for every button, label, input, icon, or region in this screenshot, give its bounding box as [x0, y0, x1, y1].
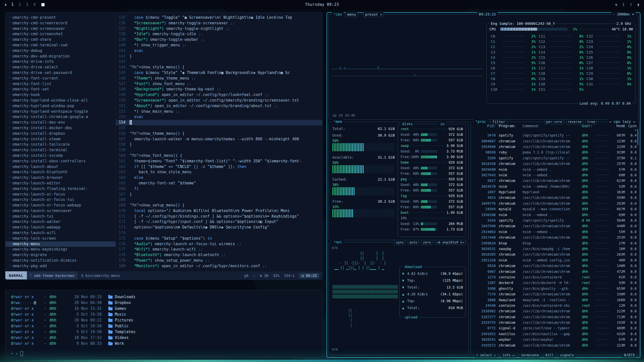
process-row[interactable]: 1930108nvimnvim --embed .dhh69M0.0	[473, 212, 637, 217]
tree-item[interactable]: *omarchy-launch-or-focus-webapp	[5, 203, 116, 208]
tree-item[interactable]: *omarchy-launch-bluetooth	[5, 169, 116, 175]
code-line[interactable]: 173 options="$options\n⊞ Defaults\n◉ DNS…	[116, 225, 322, 230]
file-row[interactable]: drwxr-xr-x-dhh20 Nov 09:22Pictures	[11, 317, 317, 323]
header-mem[interactable]: MemB	[611, 124, 625, 132]
code-line[interactable]: 139 *Bar*) omarchy-toggle-waybar ;;	[116, 37, 322, 43]
file-row[interactable]: drwxr-xr-x-dhh5 Oct 19:58Templates	[11, 329, 317, 335]
shell-prompt[interactable]: ~ ›	[11, 351, 317, 356]
code-line[interactable]: 162 if [[ "$theme" == "CNCLD" || -z "$th…	[116, 164, 322, 170]
workspace-4[interactable]: 4	[33, 2, 36, 7]
code-line[interactable]: 158}	[116, 142, 322, 147]
code-line[interactable]: 146 *Theme*) show_theme_menu ;;	[116, 76, 322, 81]
code-line[interactable]: 136 *Screensaver*) omarchy-toggle-screen…	[116, 21, 322, 26]
tree-item[interactable]: *omarchy-font-list	[5, 81, 116, 87]
process-row[interactable]: 5343spotify/opt/spotify/spotifyd hh564M0…	[473, 218, 637, 223]
code-line[interactable]: 177 *Wifi*) omarchy-launch-wifi ;;	[116, 247, 322, 252]
code-line[interactable]: 155	[116, 125, 322, 131]
tree-item[interactable]: *omarchy-install-vscode	[5, 153, 116, 159]
process-row[interactable]: 5998ghostty/usr/bin/ghostty --gtk-dhh655…	[473, 286, 637, 291]
code-line[interactable]: 170 local options="♪ Audio\n≋ Wifi\nᛒ Bl…	[116, 208, 322, 214]
tree-item[interactable]: *omarchy-drive-info	[5, 59, 116, 65]
tree-item[interactable]: *omarchy-launch-screensaver	[5, 208, 116, 214]
tree-item[interactable]: *omarchy-cmd-present	[5, 15, 116, 21]
process-row[interactable]: 7176chromium/usr/lib/chromium/chromdhh33…	[473, 291, 637, 297]
code-line[interactable]: 174	[116, 230, 322, 236]
tree-item[interactable]: *omarchy-debug	[5, 48, 116, 54]
code-line[interactable]: 168	[116, 197, 322, 203]
code-line[interactable]: 154}	[116, 120, 322, 125]
filter-button[interactable]: filter	[491, 119, 507, 125]
tree-item[interactable]: *omarchy-launch-tui	[5, 214, 116, 219]
process-row[interactable]: 4923chromium/usr/lib/chromium/chromdhh59…	[473, 195, 637, 200]
net-control-zero[interactable]: zero	[421, 240, 432, 245]
tree-item[interactable]: *omarchy-cmd-screenshot	[5, 31, 116, 37]
code-line[interactable]: 179 *Power*) show_setup_power_menu ;;	[116, 258, 322, 263]
tree-item[interactable]: *omarchy-cmd-terminal-cwd	[5, 43, 116, 48]
code-line[interactable]: 161 theme=$(menu "Font" "$(omarchy-font-…	[116, 159, 322, 164]
net-control-auto[interactable]: auto	[408, 240, 419, 245]
tree-item[interactable]: *omarchy-font-current	[5, 76, 116, 81]
tree-item[interactable]: *omarchy-launch-or-focus-tui	[5, 197, 116, 203]
file-row[interactable]: drwxr-xr-x-dhh16 Nov 15:31Games	[11, 306, 317, 312]
code-line[interactable]: 178 *Bluetooth*) omarchy-launch-bluetoot…	[116, 252, 322, 258]
tree-item[interactable]: *omarchy-menu-keybindings	[5, 247, 116, 252]
workspace-1[interactable]: 1	[11, 2, 13, 7]
tree-item[interactable]: *omarchy-install-dropbox	[5, 131, 116, 137]
code-line[interactable]: 169"fn">show_setup_menu() {	[116, 203, 322, 208]
update-interval-control[interactable]: - 2000ms +	[611, 12, 636, 17]
process-row[interactable]: 98930rubypuma 7.1.0 (tcp://localdhh929M0…	[473, 149, 637, 155]
net-control-sync[interactable]: sync	[394, 240, 405, 245]
code-line[interactable]: 147 *Font*) show_font_menu ;;	[116, 81, 322, 87]
tree-item[interactable]: *omarchy-launch-editor	[5, 181, 116, 186]
battery-icon[interactable]: ▮	[637, 2, 639, 7]
proc-footer-terminate[interactable]: terminate	[520, 353, 540, 357]
tree-item[interactable]: *omarchy-install-steam	[5, 137, 116, 142]
code-line[interactable]: 167}	[116, 192, 322, 197]
menu-button[interactable]: menu	[346, 12, 358, 17]
code-line[interactable]: 137 *Nightlight*) omarchy-toggle-nightli…	[116, 26, 322, 32]
tree-item[interactable]: *omarchy-hook	[5, 92, 116, 98]
tree-item[interactable]: *omarchy-install-docker-dbs	[5, 125, 116, 131]
code-line[interactable]: 160"fn">show_font_menu() {	[116, 153, 322, 159]
code-line[interactable]: 144"fn">show_style_menu() {	[116, 65, 322, 70]
workspace-3[interactable]: 3	[26, 2, 28, 7]
tree-item[interactable]: *omarchy-install-chromium-google-a	[5, 114, 116, 120]
tree-item[interactable]: *omarchy-drive-select	[5, 65, 116, 70]
code-line[interactable]: 156"fn">show_theme_menu() {	[116, 131, 322, 137]
tree-item[interactable]: *omarchy-hyprland-window-pop	[5, 103, 116, 109]
tree-item[interactable]: *omarchy-install-dev-env	[5, 120, 116, 125]
tree-item[interactable]: *omarchy-drive-set-password	[5, 70, 116, 76]
tree-item[interactable]: *omarchy-launch-wifi	[5, 230, 116, 236]
process-row[interactable]: 2930982chromium/usr/lib/chromium/chromdh…	[473, 308, 637, 314]
code-line[interactable]: 143	[116, 59, 322, 65]
tree-item[interactable]: *omarchy-launch-walker	[5, 219, 116, 225]
code-line[interactable]: 171 [ -f ~/.config/hypr/bindings.conf ] …	[116, 214, 322, 219]
process-row[interactable]: 3016305chromium/usr/lib/chromium/chromdh…	[473, 252, 637, 257]
proc-control-per-core[interactable]: per-core	[545, 119, 564, 124]
process-row[interactable]: 2917448chromium/usr/lib/chromium/chromdh…	[473, 235, 637, 240]
net-control--b-enp191s0-n-[interactable]: ←b enp191s0 n→	[435, 240, 466, 245]
tree-item[interactable]: *omarchy-notification-dismiss	[5, 258, 116, 263]
process-row[interactable]: 24564mysqldmysqld --max-connection999667…	[473, 206, 637, 212]
bluetooth-icon[interactable]: ᛒ	[622, 2, 625, 7]
process-row[interactable]: 2929755chromium/usr/lib/chromium/chromdh…	[473, 320, 637, 325]
process-row[interactable]: 5017chromium/usr/lib/chromium/chromdhh62…	[473, 178, 637, 183]
tree-item[interactable]: *omarchy-launch-webapp	[5, 225, 116, 230]
process-row[interactable]: 1274containe/usr/bin/containerdroot61M0.…	[473, 274, 637, 280]
code-line[interactable]: 141 esac	[116, 48, 322, 54]
tree-item[interactable]: *omarchy-hyprland-workspace-toggle	[5, 109, 116, 115]
process-row[interactable]: 6907chromium/usr/lib/chromium/chromdhh47…	[473, 269, 637, 274]
tree-item[interactable]: *omarchy-migrate	[5, 252, 116, 258]
code-line[interactable]: 164 else	[116, 175, 322, 181]
process-row[interactable]: 2006XwaylandXwayland :1 -rootless -dhh16…	[473, 297, 637, 302]
code-line[interactable]: 163 back_to show_style_menu	[116, 169, 322, 175]
tree-item[interactable]: *omarchy-cmd-share	[5, 37, 116, 43]
volume-icon[interactable]: ♪	[630, 2, 632, 7]
header-pid[interactable]: Pid:	[473, 124, 496, 132]
process-row[interactable]: 5470spotify/opt/spotify/spotify --dhh607…	[473, 132, 637, 138]
tree-item[interactable]: *omarchy-font-set	[5, 87, 116, 92]
header-command[interactable]: Command:	[523, 124, 582, 132]
process-row[interactable]: 2935572chromium/usr/lib/chromium/chromdh…	[473, 342, 637, 348]
tree-item[interactable]: *omarchy-menu	[5, 241, 116, 247]
process-row[interactable]: 2921330nvimnvim --embed config.jsodhh46M…	[473, 257, 637, 263]
